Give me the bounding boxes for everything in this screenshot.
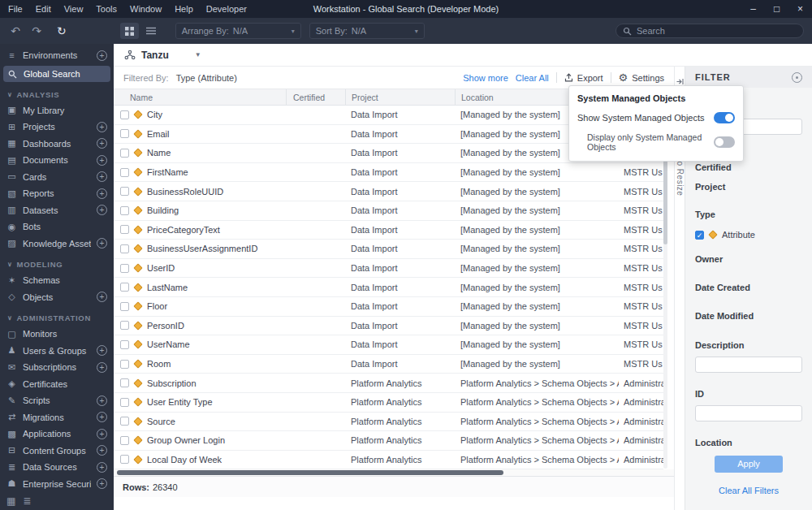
table-row[interactable]: UserName Data Import [Managed by the sys… — [114, 335, 663, 355]
refresh-button[interactable]: ↻ — [57, 24, 67, 37]
add-button[interactable]: + — [97, 171, 107, 182]
sidebar-item[interactable]: ▧ Reports + — [0, 185, 114, 202]
add-button[interactable]: + — [97, 345, 107, 356]
add-button[interactable]: + — [97, 122, 107, 132]
table-row[interactable]: Group Owner Login Platform Analytics Pla… — [114, 431, 663, 451]
column-header-certified[interactable]: Certified — [286, 89, 345, 105]
filter-section-certified[interactable]: Certified — [695, 162, 802, 172]
filter-id-input[interactable] — [695, 405, 802, 421]
sidebar-item[interactable]: ⇄ Migrations + — [0, 409, 114, 426]
status-layout-icon[interactable]: ▦ — [6, 495, 15, 507]
sidebar-item[interactable]: ▭ Cards + — [0, 169, 114, 186]
column-header-project[interactable]: Project — [345, 89, 455, 105]
menu-item[interactable]: Tools — [89, 0, 123, 18]
table-row[interactable]: BusinessUserAssignmentID Data Import [Ma… — [114, 240, 663, 259]
sidebar-item[interactable]: ≣ Data Sources + — [0, 459, 114, 476]
show-more-link[interactable]: Show more — [463, 73, 508, 83]
menu-item[interactable]: View — [58, 0, 90, 18]
add-button[interactable]: + — [97, 188, 107, 199]
section-header-analysis[interactable]: ∨ ANALYSIS — [0, 87, 114, 102]
show-system-managed-objects-toggle[interactable] — [714, 112, 735, 123]
row-checkbox[interactable] — [120, 168, 129, 177]
row-checkbox[interactable] — [120, 110, 129, 119]
menu-item[interactable]: Edit — [29, 0, 58, 18]
row-checkbox[interactable] — [120, 225, 129, 234]
filter-section-project[interactable]: Project — [695, 182, 802, 192]
maximize-button[interactable]: □ — [765, 0, 788, 18]
add-button[interactable]: + — [97, 362, 107, 373]
menu-item[interactable]: File — [2, 0, 29, 18]
toolbar-search[interactable] — [615, 24, 804, 38]
row-checkbox[interactable] — [120, 340, 129, 349]
attribute-checkbox[interactable]: ✓ — [695, 231, 704, 240]
add-button[interactable]: + — [97, 478, 107, 489]
sidebar-item[interactable]: ◈ Certificates + — [0, 376, 114, 393]
back-button[interactable]: ↶ — [8, 24, 23, 37]
row-checkbox[interactable] — [120, 417, 129, 426]
sidebar-item[interactable]: ▦ Dashboards + — [0, 136, 114, 153]
row-checkbox[interactable] — [120, 360, 129, 369]
sidebar-item[interactable]: ▥ Datasets + — [0, 202, 114, 219]
sort-by-dropdown[interactable]: Sort By: N/A ▾ — [309, 23, 425, 39]
sidebar-item[interactable]: ☗ Enterprise Security + — [0, 476, 114, 493]
sidebar-item[interactable]: ♟ Users & Groups + — [0, 343, 114, 360]
sidebar-item[interactable]: ▣ My Library + — [0, 102, 114, 119]
add-button[interactable]: + — [97, 412, 107, 422]
filter-section-location[interactable]: Location — [695, 438, 802, 447]
table-row[interactable]: PersonID Data Import [Managed by the sys… — [114, 317, 663, 336]
menu-item[interactable]: Developer — [200, 0, 253, 18]
forward-button[interactable]: ↷ — [29, 24, 44, 37]
sidebar-item[interactable]: ✎ Scripts + — [0, 392, 114, 409]
table-row[interactable]: Source Platform Analytics Platform Analy… — [114, 413, 663, 432]
horizontal-scrollbar-thumb[interactable] — [117, 470, 503, 475]
search-input[interactable] — [637, 26, 797, 36]
menu-item[interactable]: Window — [123, 0, 168, 18]
column-header-name[interactable]: Name — [114, 89, 286, 105]
clear-all-link[interactable]: Clear All — [516, 73, 549, 83]
filter-section-id[interactable]: ID — [695, 389, 802, 399]
add-button[interactable]: + — [97, 138, 107, 149]
table-row[interactable]: LastName Data Import [Managed by the sys… — [114, 278, 663, 297]
row-checkbox[interactable] — [120, 149, 129, 158]
table-row[interactable]: Subscription Platform Analytics Platform… — [114, 374, 663, 393]
sidebar-item[interactable]: ▤ Documents + — [0, 152, 114, 169]
table-row[interactable]: User Entity Type Platform Analytics Plat… — [114, 393, 663, 413]
section-header-administration[interactable]: ∨ ADMINISTRATION — [0, 310, 114, 326]
sidebar-item[interactable]: ✉ Subscriptions + — [0, 359, 114, 376]
table-row[interactable]: Building Data Import [Managed by the sys… — [114, 201, 663, 221]
filter-section-owner[interactable]: Owner — [695, 254, 802, 264]
sidebar-item[interactable]: ⊞ Projects + — [0, 119, 114, 136]
filter-section-date-created[interactable]: Date Created — [695, 283, 802, 292]
pin-filter-panel-icon[interactable] — [792, 72, 802, 83]
table-row[interactable]: BusinessRoleUUID Data Import [Managed by… — [114, 182, 663, 201]
add-environment-button[interactable]: + — [97, 50, 107, 61]
row-checkbox[interactable] — [120, 129, 129, 138]
row-checkbox[interactable] — [120, 187, 129, 196]
table-row[interactable]: PriceCategoryText Data Import [Managed b… — [114, 221, 663, 240]
add-button[interactable]: + — [97, 205, 107, 215]
row-checkbox[interactable] — [120, 244, 129, 253]
filter-section-date-modified[interactable]: Date Modified — [695, 311, 802, 321]
row-checkbox[interactable] — [120, 321, 129, 330]
sidebar-item[interactable]: ✶ Schemas + — [0, 272, 114, 289]
table-row[interactable]: UserID Data Import [Managed by the syste… — [114, 259, 663, 279]
arrange-by-dropdown[interactable]: Arrange By: N/A ▾ — [175, 23, 301, 39]
filter-type-option-attribute[interactable]: ✓ Attribute — [695, 230, 802, 240]
sidebar-item[interactable]: ▩ Applications + — [0, 426, 114, 443]
row-checkbox[interactable] — [120, 398, 129, 407]
section-header-modeling[interactable]: ∨ MODELING — [0, 257, 114, 272]
table-row[interactable]: Floor Data Import [Managed by the system… — [114, 297, 663, 317]
status-list-icon[interactable]: ≣ — [23, 495, 31, 507]
table-row[interactable]: Room Data Import [Managed by the system]… — [114, 355, 663, 374]
filter-section-description[interactable]: Description — [695, 340, 802, 350]
add-button[interactable]: + — [97, 445, 107, 456]
environment-selector[interactable]: Tanzu ▼ — [114, 44, 812, 67]
filter-description-input[interactable] — [695, 357, 802, 373]
add-button[interactable]: + — [97, 429, 107, 439]
add-button[interactable]: + — [97, 155, 107, 166]
display-only-system-managed-objects-toggle[interactable] — [714, 136, 735, 148]
table-row[interactable]: Local Day of Week Platform Analytics Pla… — [114, 451, 663, 470]
apply-button[interactable]: Apply — [715, 456, 783, 473]
sidebar-item[interactable]: ▨ Knowledge Assets + — [0, 236, 114, 253]
sidebar-item[interactable]: ⊟ Content Groups + — [0, 443, 114, 460]
